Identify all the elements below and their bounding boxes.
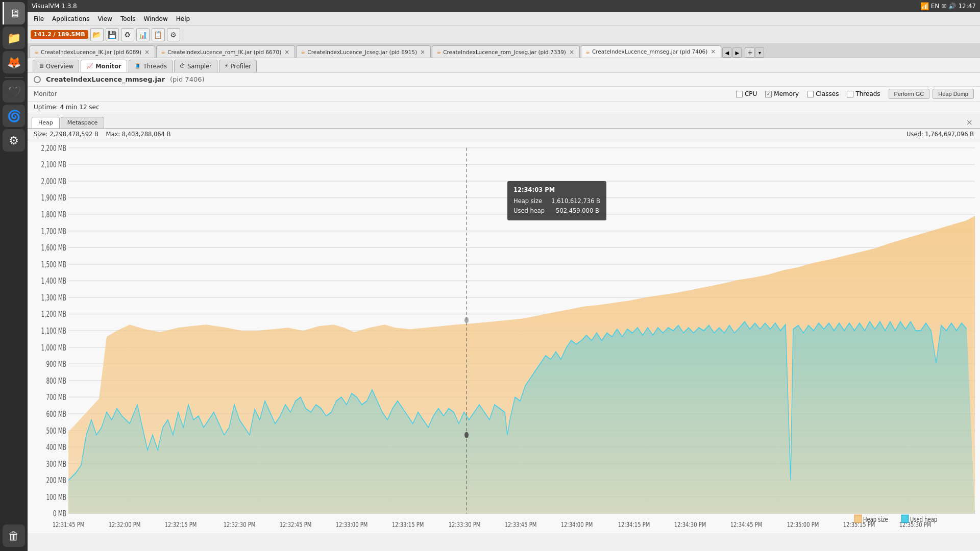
chart-area[interactable]: 2,200 MB 2,100 MB 2,000 MB 1,900 MB 1,80…	[28, 140, 980, 533]
perform-gc-btn[interactable]: Perform GC	[889, 89, 930, 99]
svg-text:12:34:30 PM: 12:34:30 PM	[674, 520, 706, 529]
new-tab-btn[interactable]: +	[745, 47, 755, 58]
menu-tools[interactable]: Tools	[116, 14, 140, 23]
menu-view[interactable]: View	[93, 14, 116, 23]
tab-sampler[interactable]: ⏱ Sampler	[174, 60, 217, 72]
svg-text:700 MB: 700 MB	[46, 393, 66, 402]
heap-chart: 2,200 MB 2,100 MB 2,000 MB 1,900 MB 1,80…	[28, 140, 980, 533]
toolbar: 141.2 / 189.5MB 📂 💾 ♻ 📊 📋 ⚙	[28, 26, 980, 44]
checkbox-threads[interactable]: Threads	[847, 90, 880, 97]
memory-checkbox[interactable]: ✓	[765, 91, 772, 97]
process-tab-1[interactable]: ☕ CreateIndexLucence_rom_lK.jar (pid 667…	[156, 45, 295, 58]
toolbar-list-btn[interactable]: 📋	[152, 28, 165, 41]
heap-tab-heap[interactable]: Heap	[32, 117, 60, 128]
menu-file[interactable]: File	[30, 14, 48, 23]
tab-icon-4: ☕	[585, 49, 590, 55]
classes-checkbox[interactable]	[807, 91, 814, 97]
svg-text:1,600 MB: 1,600 MB	[41, 243, 66, 253]
uptime-bar: Uptime: 4 min 12 sec	[28, 102, 980, 114]
svg-text:12:34:45 PM: 12:34:45 PM	[730, 520, 763, 529]
heap-dump-btn[interactable]: Heap Dump	[933, 89, 974, 99]
tab-close-1[interactable]: ×	[283, 48, 290, 56]
heap-close-btn[interactable]: ×	[962, 116, 977, 128]
tab-monitor[interactable]: 📈 Monitor	[81, 60, 127, 72]
process-tab-2[interactable]: ☕ CreateIndexLucence_Jcseg.jar (pid 6915…	[296, 45, 431, 58]
sidebar-app-files[interactable]: 📁	[3, 27, 25, 49]
max-value: 8,403,288,064 B	[122, 131, 171, 138]
svg-text:1,100 MB: 1,100 MB	[41, 327, 66, 336]
cpu-checkbox[interactable]	[736, 91, 743, 97]
titlebar: VisualVM 1.3.8 📶 EN ✉ 🔊 12:47	[28, 0, 980, 12]
svg-text:0 MB: 0 MB	[53, 509, 66, 518]
tab-nav-left[interactable]: ◀	[722, 47, 731, 58]
sidebar-app-firefox[interactable]: 🦊	[3, 51, 25, 73]
monitor-bar: Monitor CPU ✓ Memory Classes Threads	[28, 87, 980, 102]
tab-profiler[interactable]: ⚡ Profiler	[219, 60, 257, 72]
cpu-checkbox-label: CPU	[745, 90, 757, 97]
process-tab-label-0: CreateIndexLucence_lK.jar (pid 6089)	[41, 49, 141, 55]
toolbar-open-btn[interactable]: 📂	[90, 28, 104, 41]
sidebar-app-trash[interactable]: 🗑	[3, 524, 25, 547]
tab-close-3[interactable]: ×	[568, 48, 575, 56]
heap-tabs-left: Heap Metaspace	[32, 117, 105, 128]
svg-text:12:34:00 PM: 12:34:00 PM	[561, 520, 593, 529]
checkbox-cpu[interactable]: CPU	[736, 90, 757, 97]
tab-dropdown-btn[interactable]: ▾	[755, 47, 764, 58]
svg-text:12:32:30 PM: 12:32:30 PM	[224, 520, 256, 529]
sidebar-app-terminal[interactable]: 🖤	[3, 80, 25, 103]
process-tab-3[interactable]: ☕ CreateIndexLucence_rom_Jcseg.jar (pid …	[432, 45, 580, 58]
threads-checkbox[interactable]	[847, 91, 853, 97]
sidebar-app-visualvm[interactable]: 🖥	[3, 2, 25, 24]
svg-text:1,000 MB: 1,000 MB	[41, 343, 66, 353]
tab-icon-3: ☕	[436, 49, 441, 55]
wifi-icon: 📶	[920, 2, 929, 10]
process-pid: (pid 7406)	[170, 76, 204, 83]
svg-text:Used heap: Used heap	[910, 515, 937, 524]
svg-text:12:31:45 PM: 12:31:45 PM	[53, 520, 85, 529]
process-tab-label-3: CreateIndexLucence_rom_Jcseg.jar (pid 73…	[443, 49, 566, 55]
menu-help[interactable]: Help	[172, 14, 194, 23]
clock: 12:47	[958, 3, 976, 10]
process-tab-4[interactable]: ☕ CreateIndexLucence_mmseg.jar (pid 7406…	[581, 45, 721, 58]
heap-tab-metaspace[interactable]: Metaspace	[61, 117, 105, 128]
process-tab-0[interactable]: ☕ CreateIndexLucence_lK.jar (pid 6089) ×	[30, 45, 155, 58]
menubar: File Applications View Tools Window Help	[28, 12, 980, 26]
svg-point-50	[464, 432, 469, 438]
svg-text:100 MB: 100 MB	[46, 493, 66, 502]
toolbar-refresh-btn[interactable]: ♻	[121, 28, 134, 41]
menu-applications[interactable]: Applications	[48, 14, 93, 23]
svg-text:12:33:00 PM: 12:33:00 PM	[336, 520, 368, 529]
tab-nav-right[interactable]: ▶	[732, 47, 742, 58]
tab-overview[interactable]: 🖥 Overview	[33, 60, 79, 72]
toolbar-settings-btn[interactable]: ⚙	[167, 28, 180, 41]
content: VisualVM 1.3.8 📶 EN ✉ 🔊 12:47 File Appli…	[28, 0, 980, 533]
toolbar-save-btn[interactable]: 💾	[106, 28, 119, 41]
tab-close-2[interactable]: ×	[419, 48, 426, 56]
checkbox-classes[interactable]: Classes	[807, 90, 839, 97]
svg-text:2,100 MB: 2,100 MB	[41, 160, 66, 169]
menu-window[interactable]: Window	[139, 14, 172, 23]
app-title: VisualVM 1.3.8	[32, 3, 77, 10]
svg-text:2,200 MB: 2,200 MB	[41, 144, 66, 153]
threads-checkbox-label: Threads	[855, 90, 880, 97]
inner-tabs: 🖥 Overview 📈 Monitor 🧵 Threads ⏱ Sampler…	[28, 58, 980, 72]
chart-info-right: Used: 1,764,697,096 B	[906, 131, 974, 138]
used-value: 1,764,697,096 B	[925, 131, 974, 138]
sidebar-app-gear[interactable]: ⚙	[3, 129, 25, 152]
tab-monitor-label: Monitor	[95, 63, 121, 70]
svg-text:1,800 MB: 1,800 MB	[41, 210, 66, 219]
tab-close-0[interactable]: ×	[143, 48, 151, 56]
svg-text:500 MB: 500 MB	[46, 426, 66, 435]
checkbox-memory[interactable]: ✓ Memory	[765, 90, 799, 97]
toolbar-chart-btn[interactable]: 📊	[136, 28, 150, 41]
classes-checkbox-label: Classes	[816, 90, 839, 97]
sidebar-app-settings[interactable]: 🌀	[3, 105, 25, 127]
overview-icon: 🖥	[38, 63, 44, 69]
svg-text:600 MB: 600 MB	[46, 410, 66, 419]
tab-threads[interactable]: 🧵 Threads	[129, 60, 173, 72]
tab-sampler-label: Sampler	[187, 63, 212, 70]
tab-close-4[interactable]: ×	[709, 48, 717, 55]
svg-text:800 MB: 800 MB	[46, 377, 66, 386]
monitor-checkboxes: CPU ✓ Memory Classes Threads Perform GC …	[736, 89, 974, 99]
svg-text:1,700 MB: 1,700 MB	[41, 227, 66, 236]
